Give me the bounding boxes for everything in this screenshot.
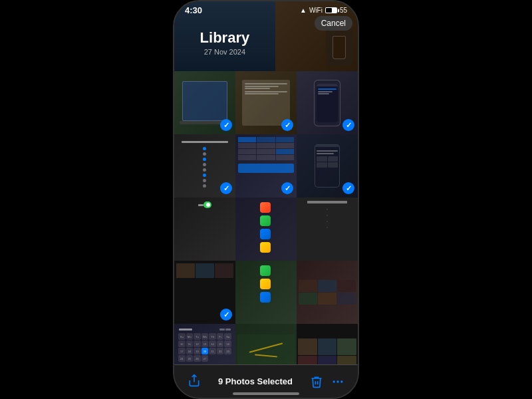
thumb-notes[interactable] bbox=[235, 71, 297, 134]
svg-point-2 bbox=[333, 381, 334, 382]
check-iphone[interactable] bbox=[342, 119, 354, 131]
check-laptop[interactable] bbox=[220, 119, 232, 131]
thumb-maps[interactable] bbox=[235, 324, 297, 364]
check-albums[interactable] bbox=[220, 309, 232, 321]
check-sidebar[interactable] bbox=[220, 182, 232, 194]
thumb-apps[interactable] bbox=[235, 198, 297, 261]
cancel-button[interactable]: Cancel bbox=[315, 16, 352, 31]
check-notes[interactable] bbox=[281, 119, 293, 131]
share-icon bbox=[188, 374, 201, 390]
thumb-sidebar[interactable] bbox=[174, 134, 235, 198]
svg-point-1 bbox=[341, 381, 342, 382]
thumb-photos[interactable] bbox=[297, 261, 358, 324]
thumb-calendar[interactable]: Su Mo Tu We Th Fr Sa 10 11 12 13 bbox=[174, 324, 235, 364]
hero-date: 27 Nov 2024 bbox=[204, 48, 245, 56]
thumb-spreadsheet[interactable] bbox=[235, 134, 297, 198]
row-2 bbox=[174, 71, 358, 134]
row-5 bbox=[174, 261, 358, 324]
selected-count: 9 Photos Selected bbox=[218, 376, 293, 386]
more-button[interactable] bbox=[331, 375, 344, 388]
phone-frame: 4:30 ▲ WiFi 55 Library 27 Nov 2024 bbox=[173, 0, 359, 399]
svg-point-0 bbox=[337, 381, 338, 382]
delete-button[interactable] bbox=[310, 375, 323, 388]
status-icons: ▲ WiFi 55 bbox=[300, 7, 347, 14]
battery-percent: 55 bbox=[340, 7, 347, 14]
status-time: 4:30 bbox=[185, 5, 202, 15]
row-3 bbox=[174, 134, 358, 198]
thumb-green-apps[interactable] bbox=[235, 261, 297, 324]
thumb-utilities[interactable]: › › › › bbox=[297, 198, 358, 261]
wifi-icon: ▲ bbox=[300, 7, 307, 14]
thumb-iphone2[interactable] bbox=[297, 134, 358, 198]
hero-title: Library bbox=[200, 29, 250, 47]
grid-content: Library 27 Nov 2024 Cancel bbox=[174, 1, 358, 364]
thumb-laptop[interactable] bbox=[174, 71, 235, 134]
grid-container[interactable]: Library 27 Nov 2024 Cancel bbox=[174, 1, 358, 364]
toggle-icon bbox=[203, 201, 211, 208]
thumb-settings[interactable] bbox=[174, 198, 235, 261]
row-6: Su Mo Tu We Th Fr Sa 10 11 12 13 bbox=[174, 324, 358, 364]
share-button[interactable] bbox=[188, 374, 201, 390]
home-indicator bbox=[233, 392, 299, 395]
thumb-photos-grid[interactable] bbox=[297, 324, 358, 364]
battery-icon bbox=[325, 7, 337, 13]
check-iphone2[interactable] bbox=[342, 182, 354, 194]
thumb-iphone[interactable] bbox=[297, 71, 358, 134]
status-bar: 4:30 ▲ WiFi 55 bbox=[174, 1, 358, 17]
signal-icon: WiFi bbox=[309, 7, 323, 14]
row-4: › › › › bbox=[174, 198, 358, 261]
check-spreadsheet[interactable] bbox=[281, 182, 293, 194]
thumb-albums[interactable] bbox=[174, 261, 235, 324]
